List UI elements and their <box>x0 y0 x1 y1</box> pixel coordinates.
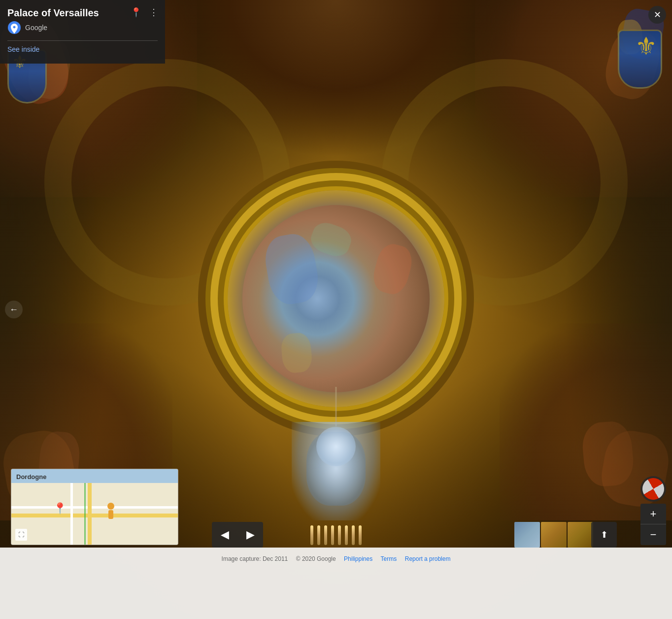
pegman-body <box>108 510 113 519</box>
thumbnail-3[interactable] <box>568 522 593 548</box>
panel-icon-buttons: 📍 ⋮ <box>130 6 159 19</box>
compass-widget[interactable] <box>640 476 666 502</box>
mini-map[interactable]: Dordogne 📍 ⛶ <box>11 469 178 545</box>
expand-icon: ⛶ <box>18 531 24 538</box>
map-content: Dordogne 📍 ⛶ <box>11 469 178 545</box>
zoom-controls: + − <box>640 504 666 545</box>
back-arrow-icon: ← <box>9 305 18 315</box>
map-road-1 <box>11 506 178 509</box>
central-medallion <box>228 190 444 407</box>
thumbnail-strip <box>514 522 593 548</box>
location-pin-button[interactable]: 📍 <box>130 6 142 19</box>
terms-link[interactable]: Terms <box>381 555 397 562</box>
status-divider-4 <box>400 554 402 563</box>
zoom-out-button[interactable]: − <box>640 524 666 545</box>
compass-dial <box>640 476 666 502</box>
google-maps-logo <box>7 21 21 34</box>
see-inside-link[interactable]: See inside <box>7 45 39 53</box>
panel-divider <box>7 40 158 41</box>
chandelier-rope <box>336 387 337 426</box>
medallion-fresco <box>242 205 430 392</box>
map-road-3 <box>70 483 73 545</box>
zoom-in-button[interactable]: + <box>640 504 666 524</box>
copyright-text: © 2020 Google <box>296 555 336 562</box>
status-divider-2 <box>339 554 341 563</box>
status-bar: Image capture: Dec 2011 © 2020 Google Ph… <box>0 548 672 619</box>
info-panel: 📍 ⋮ Palace of Versailles Google See insi… <box>0 0 165 64</box>
close-icon: ✕ <box>654 9 661 20</box>
panel-provider-name: Google <box>25 24 47 32</box>
back-arrow-button[interactable]: ← <box>5 301 23 318</box>
close-button[interactable]: ✕ <box>648 6 666 24</box>
location-link[interactable]: Philippines <box>344 555 372 562</box>
chandelier <box>274 422 398 545</box>
map-expand-button[interactable]: ⛶ <box>15 529 27 541</box>
map-label: Dordogne <box>16 473 46 481</box>
panel-provider-row: Google <box>7 21 158 34</box>
status-bar-content: Image capture: Dec 2011 © 2020 Google Ph… <box>7 551 665 566</box>
navigation-arrows: ◀ ▶ <box>212 522 263 548</box>
pegman-head <box>107 503 114 510</box>
expand-button[interactable]: ⬆ <box>591 522 617 548</box>
arrow-right-button[interactable]: ▶ <box>237 522 263 548</box>
bottom-controls: + − <box>640 476 666 545</box>
thumbnail-1[interactable] <box>514 522 540 548</box>
thumbnail-2[interactable] <box>541 522 567 548</box>
fleur-de-lis-tr: ⚜ <box>635 32 657 61</box>
arrow-left-button[interactable]: ◀ <box>212 522 237 548</box>
image-capture-text: Image capture: Dec 2011 <box>222 555 288 562</box>
more-options-button[interactable]: ⋮ <box>148 6 159 19</box>
map-road-2 <box>11 514 178 517</box>
status-divider-1 <box>291 554 293 563</box>
report-link[interactable]: Report a problem <box>405 555 451 562</box>
expand-icon: ⬆ <box>601 529 608 540</box>
map-green-line <box>84 483 86 545</box>
status-divider-3 <box>375 554 377 563</box>
map-road-4 <box>88 483 92 545</box>
map-pegman <box>107 503 114 517</box>
map-location-pin: 📍 <box>53 502 67 515</box>
